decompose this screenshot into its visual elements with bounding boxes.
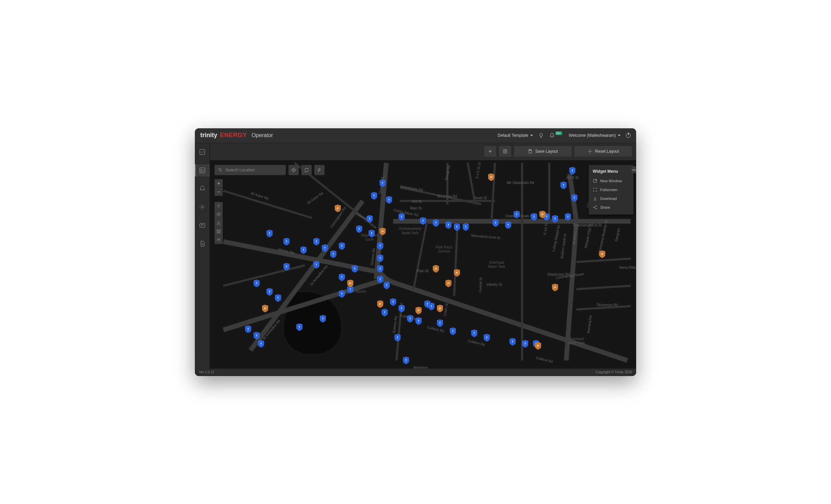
map-marker[interactable]: †	[377, 242, 383, 250]
map-marker[interactable]: †	[283, 263, 290, 270]
search-box[interactable]	[215, 165, 286, 175]
map-marker[interactable]: †	[339, 274, 345, 281]
map-marker[interactable]: †	[531, 213, 537, 221]
map-marker[interactable]: †	[384, 282, 390, 289]
map-marker[interactable]: †	[437, 319, 443, 327]
map-marker[interactable]: †	[369, 230, 375, 237]
sidebar-item-map[interactable]	[195, 164, 210, 176]
map-marker[interactable]: †	[433, 219, 439, 227]
map-marker[interactable]: †	[330, 250, 336, 258]
map-marker[interactable]: †	[403, 357, 409, 364]
map-marker[interactable]: †	[428, 303, 435, 310]
map-marker[interactable]: †	[254, 332, 260, 339]
refresh-button[interactable]	[301, 165, 312, 175]
map-marker[interactable]: †	[377, 276, 383, 283]
map-area[interactable]: Venkatappa Rd 3rd Cross Rd Noah St Chand…	[210, 160, 636, 369]
map-marker[interactable]: †	[514, 211, 520, 218]
map-marker[interactable]: †	[380, 180, 386, 187]
map-marker[interactable]: P	[416, 307, 422, 314]
map-marker[interactable]: P	[380, 228, 386, 235]
map-marker[interactable]: †	[275, 294, 281, 302]
template-dropdown[interactable]: Default Template	[498, 133, 533, 138]
widget-menu-fullscreen[interactable]: Fullscreen	[589, 185, 633, 194]
layer-route-button[interactable]	[215, 219, 223, 227]
map-marker[interactable]: †	[463, 223, 469, 231]
map-marker[interactable]: P	[262, 305, 268, 312]
map-marker[interactable]: P	[445, 280, 451, 287]
sidebar-item-alerts[interactable]	[195, 183, 210, 195]
map-marker[interactable]: †	[522, 340, 528, 348]
map-marker[interactable]: P	[433, 265, 439, 273]
map-marker[interactable]: †	[377, 265, 383, 273]
map-marker[interactable]: †	[569, 167, 575, 174]
map-marker[interactable]: †	[322, 244, 328, 252]
map-marker[interactable]: †	[371, 192, 377, 200]
map-marker[interactable]: †	[258, 340, 264, 348]
add-widget-button[interactable]	[484, 146, 496, 157]
map-marker[interactable]: †	[420, 217, 426, 225]
map-marker[interactable]: †	[394, 334, 401, 341]
map-marker[interactable]: †	[245, 325, 251, 333]
bulb-button[interactable]	[538, 133, 544, 138]
map-marker[interactable]: †	[296, 323, 302, 331]
map-marker[interactable]: P	[488, 173, 494, 181]
layer-poi-button[interactable]	[215, 236, 223, 244]
map-marker[interactable]: †	[493, 219, 499, 227]
sidebar-item-reports[interactable]	[195, 238, 210, 250]
map-marker[interactable]: †	[386, 196, 392, 204]
map-marker[interactable]: P	[377, 300, 383, 308]
map-marker[interactable]: †	[445, 221, 451, 229]
search-input[interactable]	[225, 168, 282, 172]
map-marker[interactable]: †	[352, 265, 358, 273]
map-marker[interactable]: †	[339, 242, 345, 250]
widget-menu-share[interactable]: Share	[589, 203, 633, 212]
locate-button[interactable]	[289, 165, 299, 175]
map-marker[interactable]: †	[283, 238, 290, 245]
pin-button[interactable]	[314, 165, 325, 175]
map-marker[interactable]: †	[407, 315, 413, 322]
map-marker[interactable]: †	[560, 182, 567, 189]
map-marker[interactable]: †	[356, 225, 362, 233]
widget-menu-new-window[interactable]: New Window	[589, 176, 633, 185]
map-marker[interactable]: †	[266, 230, 273, 237]
map-marker[interactable]: P	[454, 269, 460, 277]
map-marker[interactable]: P	[599, 250, 605, 258]
map-marker[interactable]: P	[335, 205, 341, 212]
zoom-out-button[interactable]: −	[215, 188, 223, 196]
map-marker[interactable]: †	[382, 309, 388, 316]
layer-lights-button[interactable]	[215, 202, 223, 210]
reset-layout-button[interactable]: Reset Layout	[574, 146, 632, 157]
map-marker[interactable]: P	[539, 211, 546, 218]
map-marker[interactable]: †	[471, 330, 477, 337]
map-marker[interactable]: P	[437, 305, 443, 312]
power-button[interactable]	[626, 133, 631, 138]
collapse-widget-menu[interactable]: ◂◂	[631, 166, 636, 173]
map-marker[interactable]: †	[254, 280, 260, 287]
map-marker[interactable]: P	[347, 280, 353, 287]
map-marker[interactable]: †	[339, 290, 345, 298]
map-marker[interactable]: †	[266, 288, 273, 296]
map-marker[interactable]: †	[416, 317, 422, 325]
layer-stack-button[interactable]	[215, 210, 223, 219]
map-marker[interactable]: P	[552, 284, 558, 291]
map-marker[interactable]: †	[450, 328, 456, 335]
sidebar-item-settings[interactable]	[195, 201, 210, 213]
map-marker[interactable]: †	[505, 221, 511, 229]
zoom-in-button[interactable]: +	[215, 179, 223, 187]
map-marker[interactable]: †	[552, 215, 558, 223]
map-marker[interactable]: †	[565, 213, 571, 221]
map-marker[interactable]: †	[377, 255, 383, 262]
map-marker[interactable]: †	[367, 215, 373, 223]
sidebar-item-devices[interactable]	[195, 219, 210, 231]
map-marker[interactable]: †	[390, 298, 396, 306]
sidebar-item-dashboard[interactable]	[195, 146, 210, 158]
list-button[interactable]	[499, 146, 511, 157]
map-marker[interactable]: †	[320, 315, 326, 322]
widget-menu-download[interactable]: Download	[589, 194, 633, 203]
map-marker[interactable]: P	[535, 342, 541, 350]
map-marker[interactable]: †	[399, 305, 405, 312]
save-layout-button[interactable]: Save Layout	[514, 146, 572, 157]
map-marker[interactable]: †	[399, 213, 405, 221]
map-marker[interactable]: †	[571, 194, 577, 202]
layer-grid-button[interactable]	[215, 227, 223, 236]
